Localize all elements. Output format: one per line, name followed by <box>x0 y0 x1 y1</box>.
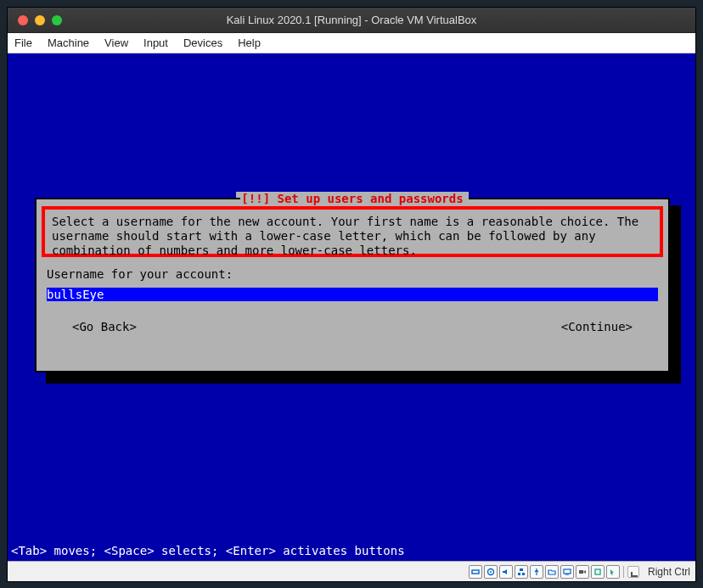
svg-rect-3 <box>520 568 523 571</box>
mouse-integration-icon[interactable] <box>606 565 620 579</box>
key-hints: <Tab> moves; <Space> selects; <Enter> ac… <box>11 544 405 557</box>
zoom-window-button[interactable] <box>52 15 62 25</box>
network-icon[interactable] <box>515 565 528 579</box>
cpu-icon[interactable] <box>591 565 605 579</box>
username-value: bullsEye <box>47 288 104 301</box>
disc-icon[interactable] <box>484 565 498 579</box>
menu-input[interactable]: Input <box>143 36 168 49</box>
svg-rect-9 <box>595 569 600 574</box>
svg-point-2 <box>490 571 492 573</box>
svg-rect-6 <box>564 569 571 574</box>
continue-button[interactable]: <Continue> <box>561 320 633 333</box>
hdd-icon[interactable] <box>469 565 482 579</box>
menu-view[interactable]: View <box>104 36 128 49</box>
svg-rect-4 <box>518 573 520 575</box>
input-underline: ________________________________________… <box>104 288 658 301</box>
menu-devices[interactable]: Devices <box>183 36 222 49</box>
display-icon[interactable] <box>560 565 574 579</box>
close-window-button[interactable] <box>18 15 28 25</box>
svg-rect-8 <box>579 570 583 574</box>
instruction-highlight: Select a username for the new account. Y… <box>42 206 663 257</box>
virtualbox-window: Kali Linux 2020.1 [Running] - Oracle VM … <box>7 7 696 582</box>
dialog-body-text: Select a username for the new account. Y… <box>52 215 638 257</box>
statusbar-separator <box>623 566 624 578</box>
menu-help[interactable]: Help <box>238 36 261 49</box>
svg-rect-5 <box>522 573 525 575</box>
menu-file[interactable]: File <box>14 36 32 49</box>
hostkey-label: Right Ctrl <box>648 566 690 578</box>
dialog-title: [!!] Set up users and passwords <box>236 192 468 205</box>
username-label: Username for your account: <box>47 267 233 281</box>
svg-rect-0 <box>472 570 479 574</box>
record-icon[interactable] <box>576 565 589 579</box>
shared-folder-icon[interactable] <box>545 565 559 579</box>
titlebar[interactable]: Kali Linux 2020.1 [Running] - Oracle VM … <box>8 8 695 33</box>
statusbar: Right Ctrl <box>8 561 695 581</box>
hostkey-icon <box>627 566 639 578</box>
guest-screen[interactable]: [!!] Set up users and passwords Select a… <box>8 53 695 561</box>
usb-icon[interactable] <box>530 565 543 579</box>
audio-icon[interactable] <box>499 565 513 579</box>
window-title: Kali Linux 2020.1 [Running] - Oracle VM … <box>8 14 695 26</box>
menu-machine[interactable]: Machine <box>48 36 89 49</box>
go-back-button[interactable]: <Go Back> <box>72 320 137 333</box>
installer-dialog: [!!] Set up users and passwords Select a… <box>35 198 670 372</box>
menubar: File Machine View Input Devices Help <box>8 33 695 53</box>
minimize-window-button[interactable] <box>35 15 45 25</box>
window-controls <box>8 15 62 25</box>
username-input[interactable]: bullsEye _______________________________… <box>47 288 658 301</box>
